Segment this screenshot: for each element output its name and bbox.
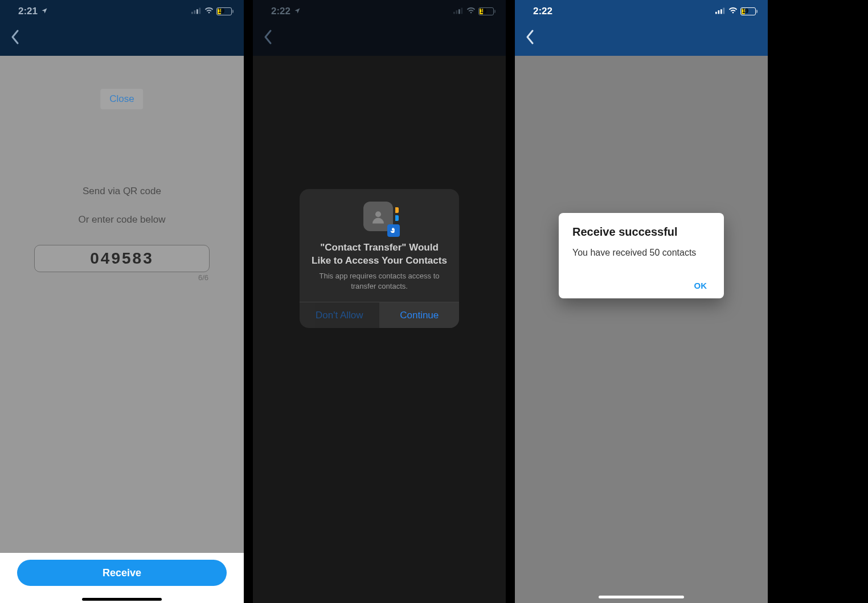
svg-rect-4: [453, 12, 455, 14]
permission-message: This app requires contacts access to tra…: [300, 268, 459, 302]
location-icon: [294, 6, 301, 17]
back-icon[interactable]: [10, 29, 21, 47]
svg-rect-6: [458, 9, 460, 14]
status-bar: 2:22 19: [515, 0, 768, 20]
receive-button[interactable]: Receive: [17, 560, 227, 586]
permission-buttons: Don't Allow Continue: [300, 302, 459, 328]
status-time: 2:21: [18, 6, 38, 17]
code-input[interactable]: 049583: [34, 245, 210, 272]
nav-bar: [0, 20, 244, 56]
status-time: 2:22: [533, 6, 552, 17]
nav-bar: [253, 20, 506, 56]
permission-dialog: "Contact Transfer" Would Like to Access …: [300, 189, 459, 328]
nav-bar: [515, 20, 768, 56]
back-icon[interactable]: [525, 29, 535, 47]
screen-receive-code: 2:21 19 Close Send via QR code Or enter …: [0, 0, 244, 603]
permission-title: "Contact Transfer" Would Like to Access …: [300, 241, 459, 268]
dont-allow-button[interactable]: Don't Allow: [300, 302, 380, 328]
svg-point-8: [375, 211, 381, 217]
content-area: "Contact Transfer" Would Like to Access …: [253, 56, 506, 603]
home-indicator: [599, 596, 684, 598]
status-time: 2:22: [271, 6, 290, 17]
continue-button[interactable]: Continue: [380, 302, 460, 328]
screen-receive-success: 2:22 19 Receive successful You have rece…: [515, 0, 768, 603]
ok-button[interactable]: OK: [572, 281, 710, 290]
enter-code-label: Or enter code below: [0, 214, 244, 225]
app-icon: [363, 202, 395, 233]
success-title: Receive successful: [572, 225, 710, 239]
wifi-icon: [466, 6, 476, 17]
battery-icon: 19: [740, 7, 758, 15]
cellular-signal-icon: [453, 6, 464, 17]
bottom-panel: Receive: [0, 553, 244, 603]
svg-rect-7: [461, 8, 463, 14]
content-area: Receive successful You have received 50 …: [515, 56, 768, 603]
wifi-icon: [204, 6, 214, 17]
battery-icon: 19: [216, 7, 234, 15]
svg-rect-10: [718, 10, 720, 14]
hand-icon: [387, 224, 400, 237]
close-button[interactable]: Close: [100, 89, 143, 109]
success-message: You have received 50 contacts: [572, 248, 710, 258]
svg-rect-1: [194, 10, 196, 14]
svg-rect-11: [720, 9, 722, 14]
svg-rect-9: [715, 12, 717, 14]
home-indicator: [82, 598, 162, 601]
back-icon[interactable]: [263, 29, 273, 47]
svg-rect-12: [723, 8, 725, 14]
tab-stripe-icon: [395, 215, 399, 221]
svg-rect-5: [456, 10, 458, 14]
status-bar: 2:22 19: [253, 0, 506, 20]
location-icon: [41, 6, 48, 17]
content-area: Close Send via QR code Or enter code bel…: [0, 56, 244, 603]
cellular-signal-icon: [191, 6, 202, 17]
svg-rect-2: [196, 9, 198, 14]
battery-icon: 19: [478, 7, 496, 15]
cellular-signal-icon: [715, 6, 726, 17]
code-counter: 6/6: [198, 273, 208, 282]
success-dialog: Receive successful You have received 50 …: [559, 213, 724, 298]
screen-permission-prompt: 2:22 19: [253, 0, 506, 603]
svg-rect-0: [191, 12, 193, 14]
svg-rect-3: [199, 8, 201, 14]
send-qr-label: Send via QR code: [0, 186, 244, 197]
wifi-icon: [728, 6, 738, 17]
tab-stripe-icon: [395, 207, 399, 213]
status-bar: 2:21 19: [0, 0, 244, 20]
